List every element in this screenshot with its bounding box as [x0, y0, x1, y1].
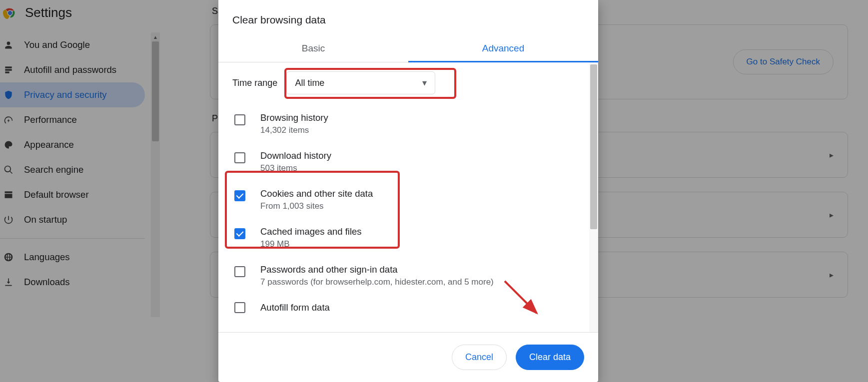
option-download-history[interactable]: Download history 503 items: [232, 144, 594, 182]
option-title: Passwords and other sign-in data: [260, 264, 494, 275]
checkbox[interactable]: [234, 114, 245, 125]
option-cookies[interactable]: Cookies and other site data From 1,003 s…: [232, 182, 594, 220]
option-passwords[interactable]: Passwords and other sign-in data 7 passw…: [232, 258, 594, 296]
checkbox[interactable]: [234, 302, 245, 313]
option-subtitle: From 1,003 sites: [260, 201, 373, 211]
clear-data-button[interactable]: Clear data: [516, 345, 584, 370]
option-title: Autofill form data: [260, 302, 330, 313]
option-title: Cookies and other site data: [260, 188, 373, 199]
checkbox[interactable]: [234, 228, 245, 239]
tab-advanced[interactable]: Advanced: [408, 36, 598, 62]
time-range-label: Time range: [232, 78, 277, 88]
checkbox[interactable]: [234, 190, 245, 201]
option-title: Browsing history: [260, 112, 328, 123]
option-cached-images[interactable]: Cached images and files 199 MB: [232, 220, 594, 258]
dialog-footer: Cancel Clear data: [218, 332, 598, 382]
time-range-select[interactable]: All time ▾: [286, 71, 435, 94]
option-subtitle: 503 items: [260, 163, 331, 173]
option-autofill[interactable]: Autofill form data: [232, 296, 594, 315]
option-subtitle: 199 MB: [260, 239, 362, 249]
checkbox[interactable]: [234, 152, 245, 163]
dialog-scrollbar[interactable]: [589, 62, 598, 332]
option-title: Cached images and files: [260, 226, 362, 237]
time-range-value: All time: [295, 78, 324, 88]
option-title: Download history: [260, 150, 331, 161]
dialog-tabs: Basic Advanced: [218, 36, 598, 62]
dialog-body: Time range All time ▾ Browsing history 1…: [218, 62, 598, 332]
scroll-thumb[interactable]: [590, 64, 597, 229]
dialog-title: Clear browsing data: [218, 0, 598, 36]
option-subtitle: 14,302 items: [260, 125, 328, 135]
cancel-button[interactable]: Cancel: [452, 345, 507, 370]
option-browsing-history[interactable]: Browsing history 14,302 items: [232, 106, 594, 144]
chevron-down-icon: ▾: [422, 77, 427, 88]
option-subtitle: 7 passwords (for browserhelp.com, hidest…: [260, 277, 494, 287]
checkbox[interactable]: [234, 266, 245, 277]
tab-basic[interactable]: Basic: [218, 36, 408, 62]
clear-browsing-data-dialog: Clear browsing data Basic Advanced Time …: [218, 0, 598, 382]
